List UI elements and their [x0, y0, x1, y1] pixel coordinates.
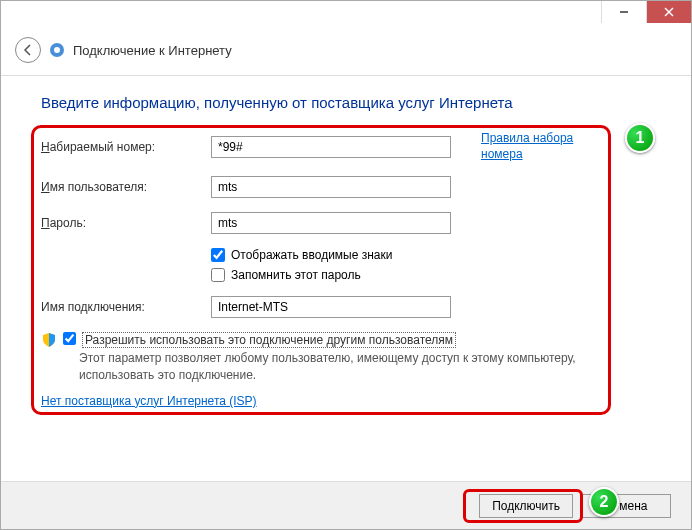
- dial-number-label: Набираемый номер:: [41, 140, 211, 154]
- connection-name-input[interactable]: [211, 296, 451, 318]
- share-connection-checkbox[interactable]: [63, 332, 76, 345]
- connect-button[interactable]: Подключить: [479, 494, 573, 518]
- password-input[interactable]: [211, 212, 451, 234]
- annotation-badge-1: 1: [625, 123, 655, 153]
- no-isp-link[interactable]: Нет поставщика услуг Интернета (ISP): [41, 394, 257, 408]
- page-title: Введите информацию, полученную от постав…: [41, 94, 651, 111]
- remember-password-checkbox[interactable]: [211, 268, 225, 282]
- password-label: Пароль:: [41, 216, 211, 230]
- username-label: Имя пользователя:: [41, 180, 211, 194]
- share-connection-description: Этот параметр позволяет любому пользоват…: [79, 350, 579, 384]
- header: Подключение к Интернету: [1, 31, 691, 76]
- titlebar: [1, 1, 691, 31]
- annotation-badge-2: 2: [589, 487, 619, 517]
- back-button[interactable]: [15, 37, 41, 63]
- network-icon: [49, 42, 65, 58]
- share-connection-label: Разрешить использовать это подключение д…: [82, 332, 456, 348]
- footer: Подключить Отмена: [1, 481, 691, 529]
- dial-number-input[interactable]: [211, 136, 451, 158]
- dial-rules-link[interactable]: Правила набора номера: [481, 131, 573, 162]
- content-area: Введите информацию, полученную от постав…: [1, 76, 691, 418]
- username-input[interactable]: [211, 176, 451, 198]
- window-title: Подключение к Интернету: [73, 43, 232, 58]
- wizard-window: Подключение к Интернету Введите информац…: [0, 0, 692, 530]
- form-area: Набираемый номер: Правила набора номера …: [41, 131, 651, 408]
- shield-icon: [41, 332, 57, 348]
- remember-password-label: Запомнить этот пароль: [231, 268, 361, 282]
- svg-point-4: [54, 47, 60, 53]
- minimize-button[interactable]: [601, 1, 646, 23]
- close-button[interactable]: [646, 1, 691, 23]
- show-chars-checkbox[interactable]: [211, 248, 225, 262]
- connection-name-label: Имя подключения:: [41, 300, 211, 314]
- show-chars-label: Отображать вводимые знаки: [231, 248, 392, 262]
